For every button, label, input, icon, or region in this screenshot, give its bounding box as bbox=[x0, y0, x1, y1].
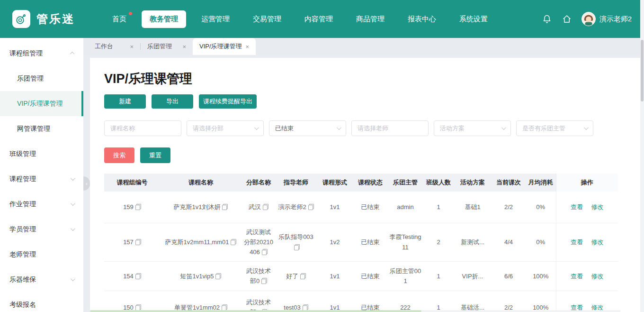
chevron-down-icon bbox=[71, 176, 75, 181]
course-table: 课程组编号 课程名称 分部名称 指导老师 课程形式 课程状态 乐团主管 班级人数… bbox=[104, 174, 618, 312]
copy-icon[interactable] bbox=[308, 204, 314, 210]
nav-operation-management[interactable]: 运营管理 bbox=[193, 10, 238, 28]
sidebar-item-course-group-management[interactable]: 课程组管理 bbox=[0, 41, 83, 66]
nav-system-settings[interactable]: 系统设置 bbox=[451, 10, 496, 28]
col-consumption: 月均消耗 bbox=[526, 174, 556, 192]
main-area: 工作台 × 乐团管理 × VIP/乐理课管理 × VIP/乐理课管理 新建 导出… bbox=[83, 38, 644, 312]
sidebar-item-course-management[interactable]: 课程管理 bbox=[0, 166, 83, 192]
bell-icon[interactable] bbox=[542, 14, 552, 24]
col-actions: 操作 bbox=[556, 174, 618, 192]
create-button[interactable]: 新建 bbox=[104, 94, 146, 109]
horizontal-scrollbar[interactable] bbox=[90, 310, 620, 312]
search-button-row: 搜索 重置 bbox=[104, 147, 630, 163]
nav-academic-management[interactable]: 教务管理 bbox=[142, 10, 186, 28]
copy-icon[interactable] bbox=[261, 278, 267, 284]
home-icon[interactable] bbox=[562, 14, 572, 24]
teacher-filter[interactable] bbox=[351, 120, 429, 136]
sidebar: 课程组管理 乐团管理 VIP/乐理课管理 网管课管理 班级管理 课程管理 作业管… bbox=[0, 38, 83, 312]
sidebar-item-teacher-management[interactable]: 老师管理 bbox=[0, 242, 83, 267]
table-row: 157 萨克斯1v2mm11,mm01 武汉测试分部20210406 乐队指导0… bbox=[104, 223, 618, 261]
close-icon[interactable]: × bbox=[130, 43, 134, 50]
sidebar-item-student-management[interactable]: 学员管理 bbox=[0, 217, 83, 242]
course-status-select[interactable]: 已结束 bbox=[269, 120, 346, 136]
copy-icon[interactable] bbox=[262, 249, 268, 255]
chevron-down-icon bbox=[337, 125, 341, 130]
sidebar-item-homework-management[interactable]: 作业管理 bbox=[0, 192, 83, 217]
col-leader: 乐团主管 bbox=[387, 174, 423, 192]
chevron-down-icon bbox=[71, 276, 75, 281]
vertical-scrollbar[interactable] bbox=[640, 0, 644, 312]
copy-icon[interactable] bbox=[215, 273, 221, 279]
col-plan: 活动方案 bbox=[454, 174, 492, 192]
col-teacher: 指导老师 bbox=[276, 174, 316, 192]
filter-row: 请选择分部 已结束 活动方案 是否有乐团主管 bbox=[104, 120, 630, 136]
copy-icon[interactable] bbox=[222, 304, 227, 311]
nav-content-management[interactable]: 内容管理 bbox=[296, 10, 341, 28]
nav-home[interactable]: 首页 bbox=[104, 10, 134, 28]
page-title: VIP/乐理课管理 bbox=[104, 70, 630, 87]
sidebar-item-grading-registration[interactable]: 考级报名 bbox=[0, 292, 83, 312]
sidebar-item-orchestra-management[interactable]: 乐团管理 bbox=[0, 66, 83, 91]
edit-link[interactable]: 修改 bbox=[591, 273, 604, 280]
top-nav: 首页 教务管理 运营管理 交易管理 内容管理 商品管理 报表中心 系统设置 bbox=[104, 10, 496, 28]
col-course-name: 课程名称 bbox=[160, 174, 242, 192]
chevron-down-icon bbox=[71, 226, 75, 231]
tab-orchestra-management[interactable]: 乐团管理 × bbox=[141, 38, 193, 55]
copy-icon[interactable] bbox=[294, 244, 300, 250]
has-orchestra-leader-select[interactable]: 是否有乐团主管 bbox=[516, 120, 593, 136]
action-button-row: 新建 导出 课程续费提醒导出 bbox=[104, 94, 630, 109]
nav-report-center[interactable]: 报表中心 bbox=[400, 10, 444, 28]
chevron-down-icon bbox=[254, 125, 259, 130]
col-branch: 分部名称 bbox=[242, 174, 276, 192]
edit-link[interactable]: 修改 bbox=[591, 239, 604, 246]
horizontal-scrollbar-thumb[interactable] bbox=[90, 310, 421, 312]
tab-workbench[interactable]: 工作台 × bbox=[88, 38, 140, 55]
teacher-input[interactable] bbox=[358, 125, 422, 132]
table-header-row: 课程组编号 课程名称 分部名称 指导老师 课程形式 课程状态 乐团主管 班级人数… bbox=[104, 174, 618, 192]
copy-icon[interactable] bbox=[135, 239, 141, 245]
tab-vip-music-theory-management[interactable]: VIP/乐理课管理 × bbox=[193, 38, 256, 55]
copy-icon[interactable] bbox=[300, 273, 306, 279]
reset-button[interactable]: 重置 bbox=[140, 147, 170, 163]
edit-link[interactable]: 修改 bbox=[591, 203, 604, 211]
chevron-down-icon bbox=[584, 125, 589, 130]
sidebar-item-online-course-management[interactable]: 网管课管理 bbox=[0, 116, 83, 141]
close-icon[interactable]: × bbox=[182, 43, 186, 50]
view-link[interactable]: 查看 bbox=[571, 203, 583, 211]
sidebar-item-instrument-maintenance[interactable]: 乐器维保 bbox=[0, 267, 83, 292]
copy-icon[interactable] bbox=[135, 273, 141, 279]
col-sessions: 当前课次 bbox=[492, 174, 526, 192]
view-link[interactable]: 查看 bbox=[571, 273, 583, 280]
sidebar-item-vip-music-theory-management[interactable]: VIP/乐理课管理 bbox=[0, 91, 83, 116]
activity-plan-select[interactable]: 活动方案 bbox=[434, 120, 511, 136]
copy-icon[interactable] bbox=[231, 239, 236, 245]
chevron-up-icon bbox=[70, 52, 75, 56]
sidebar-item-class-management[interactable]: 班级管理 bbox=[0, 141, 83, 166]
view-link[interactable]: 查看 bbox=[571, 239, 583, 246]
user-menu[interactable]: 演示老师2 bbox=[581, 12, 632, 26]
table-row: 150 单簧管1v1mm02 武汉技术部0 test03 1v1 已结束 222… bbox=[104, 291, 618, 312]
course-name-filter[interactable] bbox=[104, 120, 181, 136]
renewal-reminder-export-button[interactable]: 课程续费提醒导出 bbox=[199, 94, 257, 109]
app-logo: 管乐迷 bbox=[12, 10, 75, 28]
page-panel: VIP/乐理课管理 新建 导出 课程续费提醒导出 请选择分部 已结束 bbox=[90, 58, 644, 312]
copy-icon[interactable] bbox=[303, 304, 308, 311]
vertical-scrollbar-thumb[interactable] bbox=[641, 40, 644, 101]
nav-transaction-management[interactable]: 交易管理 bbox=[245, 10, 289, 28]
table-row: 159 萨克斯1v1刘沐妍 武汉 演示老师2 1v1 已结束 admin 1 基… bbox=[104, 192, 618, 223]
course-name-input[interactable] bbox=[110, 125, 175, 132]
copy-icon[interactable] bbox=[263, 204, 268, 210]
copy-icon[interactable] bbox=[135, 204, 141, 210]
table-row: 154 短笛1v1vip5 武汉技术部0 好了 1v1 已结束 乐团主管001 … bbox=[104, 261, 618, 291]
chevron-down-icon bbox=[71, 201, 75, 206]
col-form: 课程形式 bbox=[316, 174, 353, 192]
branch-select[interactable]: 请选择分部 bbox=[187, 120, 264, 136]
export-button[interactable]: 导出 bbox=[152, 94, 193, 109]
content-area: VIP/乐理课管理 新建 导出 课程续费提醒导出 请选择分部 已结束 bbox=[83, 55, 644, 312]
copy-icon[interactable] bbox=[135, 304, 141, 311]
col-class-size: 班级人数 bbox=[423, 174, 454, 192]
copy-icon[interactable] bbox=[222, 204, 228, 210]
search-button[interactable]: 搜索 bbox=[104, 147, 134, 163]
close-icon[interactable]: × bbox=[246, 43, 250, 50]
nav-product-management[interactable]: 商品管理 bbox=[348, 10, 393, 28]
